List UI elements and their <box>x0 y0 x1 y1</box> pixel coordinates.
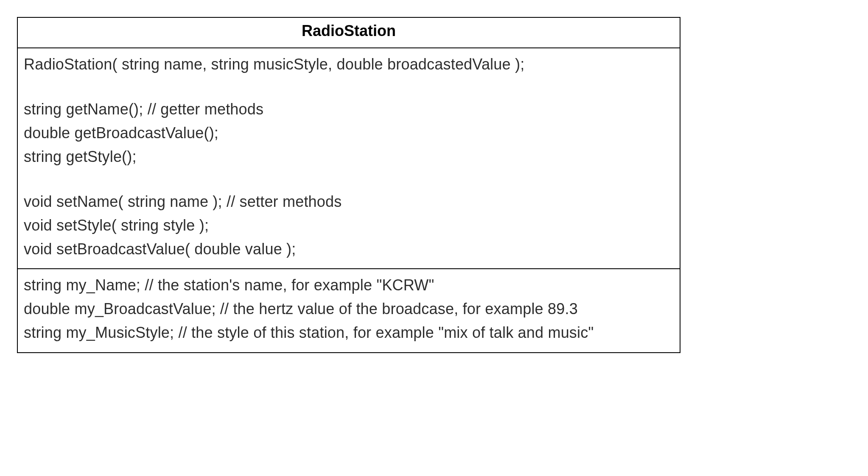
uml-method-line: string getStyle(); <box>24 145 674 169</box>
uml-spacer <box>24 76 674 97</box>
uml-method-line: void setStyle( string style ); <box>24 214 674 237</box>
uml-method-line: RadioStation( string name, string musicS… <box>24 53 674 76</box>
uml-method-line: void setName( string name ); // setter m… <box>24 190 674 214</box>
uml-attributes-section: string my_Name; // the station's name, f… <box>18 268 680 352</box>
uml-spacer <box>24 169 674 190</box>
uml-attribute-line: string my_MusicStyle; // the style of th… <box>24 321 674 345</box>
uml-method-line: string getName(); // getter methods <box>24 97 674 121</box>
uml-class-name: RadioStation <box>18 18 680 48</box>
uml-class-box: RadioStation RadioStation( string name, … <box>17 17 680 353</box>
uml-attribute-line: string my_Name; // the station's name, f… <box>24 273 674 297</box>
uml-attribute-line: double my_BroadcastValue; // the hertz v… <box>24 297 674 321</box>
uml-methods-section: RadioStation( string name, string musicS… <box>18 48 680 268</box>
uml-method-line: void setBroadcastValue( double value ); <box>24 237 674 261</box>
uml-method-line: double getBroadcastValue(); <box>24 121 674 145</box>
